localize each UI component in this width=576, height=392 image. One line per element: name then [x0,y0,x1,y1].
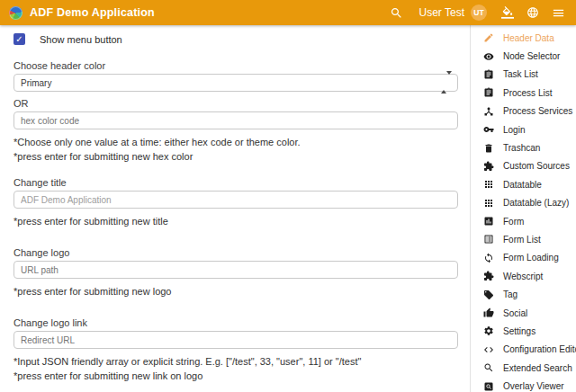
sidebar-item-label: Header Data [503,33,554,43]
search-icon [483,362,494,373]
sidebar-item-trashcan[interactable]: Trashcan [471,138,576,156]
sidebar-item-node-selector[interactable]: Node Selector [471,47,576,65]
sidebar-item-header-data[interactable]: Header Data [471,29,576,47]
change-title-label: Change title [14,177,458,188]
sidebar-item-tag[interactable]: Tag [471,285,576,303]
or-label: OR [14,98,458,109]
sidebar-item-label: Form List [503,235,541,245]
show-menu-label: Show menu button [40,34,122,45]
code-icon [483,344,494,355]
choose-header-color-label: Choose header color [14,60,458,71]
sync-icon [483,253,494,263]
list-alt-icon [483,234,494,245]
sidebar-item-label: Extended Search [503,363,572,373]
sidebar-item-social[interactable]: Social [471,304,576,322]
note-one-value: *Choose only one value at a time: either… [14,137,458,147]
clipboard-icon [483,87,494,98]
thumb-up-icon [483,307,494,318]
note-link: *press enter for submitting new link on … [14,370,458,381]
sidebar-item-configuration-editor[interactable]: Configuration Editor [471,341,576,359]
logo-link-input[interactable] [14,331,458,349]
app-header: ADF Demo Application User Test UT [0,0,576,25]
puzzle-icon [483,271,494,281]
sidebar-item-extended-search[interactable]: Extended Search [471,359,576,377]
app-title: ADF Demo Application [30,6,155,19]
sidebar-item-login[interactable]: Login [471,120,576,138]
header-data-form: ✓ Show menu button Choose header color P… [0,25,470,392]
note-json: *Input JSON friendly array or explicit s… [14,356,458,367]
note-hex: *press enter for submitting new hex colo… [14,151,458,162]
sidebar-item-label: Task List [503,69,538,79]
sidebar-item-form[interactable]: Form [471,212,576,230]
sidebar-item-label: Social [503,308,527,318]
sidebar-item-label: Datatable [503,180,542,190]
sidebar-item-process-list[interactable]: Process List [471,84,576,102]
app-logo-icon[interactable] [9,6,22,20]
hamburger-menu-icon[interactable] [552,6,565,20]
select-spinner-icon [441,75,452,91]
tag-icon [483,290,494,300]
logo-url-input[interactable] [14,261,458,279]
sidebar-item-label: Tag [503,290,518,299]
avatar: UT [471,4,487,21]
sidebar-item-custom-sources[interactable]: Custom Sources [471,157,576,175]
sidebar-item-label: Node Selector [503,51,560,61]
title-input[interactable] [14,191,458,209]
gear-icon [483,325,494,336]
sidebar-item-label: Trashcan [503,143,540,153]
edit-icon [483,32,494,43]
sidebar-item-label: Configuration Editor [503,344,576,354]
format-color-fill-icon[interactable] [501,6,514,19]
clipboard-icon [483,69,494,80]
sidebar-item-label: Process List [503,88,552,98]
globe-icon[interactable] [526,6,539,19]
header-actions: User Test UT [390,4,565,21]
hex-color-input[interactable] [14,111,458,129]
puzzle-icon [483,161,494,172]
sidebar-item-process-services[interactable]: Process Services [471,102,576,120]
trash-icon [483,143,494,154]
right-sidebar-nav: Header Data Node Selector Task List Proc… [470,25,576,392]
sidebar-item-label: Overlay Viewer [503,381,564,391]
sidebar-item-form-list[interactable]: Form List [471,230,576,248]
sidebar-item-label: Settings [503,326,536,336]
sidebar-item-task-list[interactable]: Task List [471,66,576,84]
search-icon[interactable] [390,6,403,20]
sidebar-item-form-loading[interactable]: Form Loading [471,249,576,267]
header-color-selected-value: Primary [21,78,51,88]
header-color-select[interactable]: Primary [14,74,458,92]
sidebar-item-label: Form [503,217,524,227]
sidebar-item-webscript[interactable]: Webscript [471,267,576,285]
sidebar-item-overlay-viewer[interactable]: Overlay Viewer [471,377,576,392]
grid-icon [483,198,494,209]
show-menu-checkbox-row[interactable]: ✓ Show menu button [14,33,458,45]
image-search-icon [483,381,494,392]
user-menu[interactable]: User Test UT [419,4,487,21]
hub-icon [483,106,494,117]
eye-icon [483,51,494,62]
show-menu-checkbox[interactable]: ✓ [14,33,25,45]
user-name: User Test [419,6,464,19]
grid-icon [483,179,494,190]
sidebar-item-label: Custom Sources [503,161,570,171]
sidebar-item-datatable[interactable]: Datatable [471,175,576,193]
sidebar-item-settings[interactable]: Settings [471,322,576,340]
sidebar-item-label: Form Loading [503,253,559,263]
sidebar-item-label: Process Services [503,106,572,116]
note-logo: *press enter for submitting new logo [14,286,458,297]
change-logo-link-label: Change logo link [14,317,458,328]
sidebar-item-label: Login [503,125,525,135]
change-logo-label: Change logo [14,247,458,258]
key-icon [483,124,494,135]
sidebar-item-datatable-lazy[interactable]: Datatable (Lazy) [471,194,576,212]
sidebar-item-label: Datatable (Lazy) [503,198,569,208]
sidebar-item-label: Webscript [503,272,543,281]
note-title: *press enter for submitting new title [14,216,458,227]
chart-icon [483,216,494,227]
